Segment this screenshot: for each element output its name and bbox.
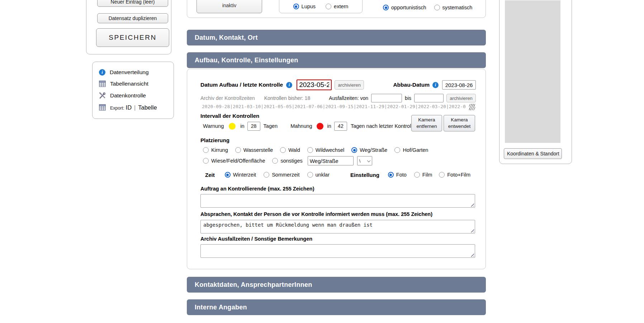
radio-sonstiges[interactable]: sonstiges bbox=[272, 158, 302, 164]
section-header-interne-angaben[interactable]: Interne Angaben bbox=[187, 299, 486, 315]
info-icon[interactable]: i bbox=[286, 82, 292, 88]
save-button[interactable]: SPEICHERN bbox=[96, 28, 169, 47]
section-header-aufbau-kontrolle[interactable]: Aufbau, Kontrolle, Einstellungen bbox=[187, 52, 486, 68]
radio-wildwechsel-control[interactable] bbox=[307, 147, 313, 153]
radio-weg-strasse-control[interactable] bbox=[351, 147, 357, 153]
radio-winterzeit-control[interactable] bbox=[225, 172, 231, 178]
ausfallzeiten-label: Ausfallzeiten: von bbox=[329, 95, 368, 101]
radio-sonstiges-control[interactable] bbox=[272, 158, 278, 164]
radio-extern-control[interactable] bbox=[326, 4, 331, 9]
intervall-title: Intervall der Kontrollen bbox=[200, 113, 259, 119]
auftrag-label: Auftrag an Kontrollierende (max. 255 Zei… bbox=[200, 186, 314, 192]
platzierung-sonstiges-input[interactable] bbox=[308, 156, 354, 165]
aufbau-panel: Datum Aufbau / letzte Kontrolle i archiv… bbox=[187, 69, 486, 269]
erfassung-radio-group: opportunistisch systematisch bbox=[383, 2, 472, 13]
radio-foto-film[interactable]: Foto+Film bbox=[439, 172, 470, 178]
radio-sommerzeit-control[interactable] bbox=[264, 172, 269, 178]
radio-unklar-control[interactable] bbox=[307, 172, 313, 178]
radio-film[interactable]: Film bbox=[414, 172, 432, 178]
duplicate-record-button[interactable]: Datensatz duplizieren bbox=[97, 13, 168, 23]
menu-item-datenverteilung[interactable]: i Datenverteilung bbox=[99, 68, 149, 77]
section-header-datum-kontakt-ort[interactable]: Datum, Kontakt, Ort bbox=[187, 30, 486, 45]
radio-lupus[interactable]: Lupus bbox=[293, 4, 316, 9]
archivieren-button[interactable]: archivieren bbox=[335, 80, 364, 90]
mahnung-days-input[interactable] bbox=[334, 122, 347, 131]
kamera-entfernen-label: Kamera entfernen bbox=[412, 117, 442, 130]
radio-kirrung-control[interactable] bbox=[203, 147, 209, 153]
archiv-ausfall-textarea[interactable] bbox=[200, 244, 475, 258]
radio-wasserstelle[interactable]: Wasserstelle bbox=[235, 147, 273, 153]
table-icon bbox=[99, 81, 106, 87]
radio-foto-film-control[interactable] bbox=[439, 172, 445, 178]
radio-film-control[interactable] bbox=[414, 172, 420, 178]
datum-aufbau-input[interactable] bbox=[297, 79, 332, 90]
bis-label: bis bbox=[405, 95, 411, 101]
radio-label: Wasserstelle bbox=[243, 147, 273, 153]
radio-sommerzeit[interactable]: Sommerzeit bbox=[264, 172, 299, 178]
menu-item-datenkontrolle[interactable]: Datenkontrolle bbox=[99, 91, 146, 100]
radio-winterzeit[interactable]: Winterzeit bbox=[225, 172, 256, 178]
radio-opportunistisch[interactable]: opportunistisch bbox=[383, 5, 426, 10]
map-placeholder bbox=[505, 0, 560, 143]
status-panel: inaktiv Lupus extern opportunistisch bbox=[187, 0, 486, 18]
ausfall-archivieren-button[interactable]: archivieren bbox=[446, 94, 476, 102]
clipped-text-indicator-icon bbox=[469, 104, 475, 110]
inaktiv-button[interactable]: inaktiv bbox=[196, 0, 262, 13]
radio-label: Wald bbox=[288, 147, 300, 153]
kontrollen-bisher-text: Kontrollen bisher: 18 bbox=[264, 95, 310, 101]
chevron-down-icon bbox=[367, 159, 370, 162]
radio-wiese-feld[interactable]: Wiese/Feld/Offenfläche bbox=[203, 158, 265, 164]
radio-unklar[interactable]: unklar bbox=[307, 172, 330, 178]
resize-grip-icon[interactable] bbox=[469, 228, 474, 232]
radio-systematisch[interactable]: systematisch bbox=[434, 5, 473, 10]
radio-wald-control[interactable] bbox=[280, 147, 286, 153]
datum-aufbau-label: Datum Aufbau / letzte Kontrolle bbox=[200, 82, 283, 88]
radio-opportunistisch-control[interactable] bbox=[383, 5, 389, 10]
radio-lupus-control[interactable] bbox=[293, 4, 299, 9]
warnung-label: Warnung bbox=[203, 123, 224, 129]
section-header-kontaktdaten[interactable]: Kontaktdaten, AnsprechpartnerInnen bbox=[187, 277, 486, 293]
abbau-datum-input[interactable] bbox=[442, 80, 476, 90]
archivieren-label: archivieren bbox=[338, 82, 361, 88]
mahnung-tagen-label: Tagen nach letzter Kontrolle. bbox=[351, 123, 417, 129]
absprachen-textarea[interactable]: abgesprochen, bittet um Rückmeldung wenn… bbox=[200, 220, 475, 233]
radio-foto[interactable]: Foto bbox=[388, 172, 407, 178]
radio-hof-garten[interactable]: Hof/Garten bbox=[394, 147, 428, 153]
radio-label: Wiese/Feld/Offenfläche bbox=[211, 158, 265, 164]
radio-wiese-feld-control[interactable] bbox=[203, 158, 209, 164]
ausfall-bis-input[interactable] bbox=[414, 94, 444, 102]
archiv-kontrollzeiten-link[interactable]: Archiv der Kontrollzeiten bbox=[200, 95, 255, 101]
kamera-entwendet-button[interactable]: Kamera entwendet bbox=[444, 115, 475, 131]
warnung-days-input[interactable] bbox=[247, 122, 260, 131]
radio-extern[interactable]: extern bbox=[326, 4, 348, 9]
quelle-groupbox: Lupus extern bbox=[279, 0, 363, 13]
menu-item-export[interactable]: Export: ID | Tabelle bbox=[99, 103, 157, 112]
radio-wald[interactable]: Wald bbox=[280, 147, 300, 153]
koordinaten-standort-button[interactable]: Koordinaten & Standort bbox=[504, 148, 562, 159]
resize-grip-icon[interactable] bbox=[469, 202, 474, 207]
radio-systematisch-control[interactable] bbox=[434, 5, 440, 10]
zeit-einstellung-row: Zeit Winterzeit Sommerzeit unklar Einste… bbox=[205, 169, 470, 180]
kamera-entwendet-label: Kamera entwendet bbox=[444, 117, 475, 130]
resize-grip-icon[interactable] bbox=[469, 252, 474, 257]
platzierung-select[interactable]: \ bbox=[357, 156, 372, 165]
export-separator: | bbox=[133, 105, 137, 111]
info-icon[interactable]: i bbox=[432, 82, 439, 88]
duplicate-record-label: Datensatz duplizieren bbox=[109, 15, 157, 21]
menu-item-tabellenansicht[interactable]: Tabellenansicht bbox=[99, 79, 148, 88]
ausfall-von-input[interactable] bbox=[371, 94, 402, 102]
export-table-link[interactable]: Tabelle bbox=[138, 104, 157, 111]
inaktiv-label: inaktiv bbox=[222, 3, 237, 8]
new-entry-button[interactable]: Neuer Eintrag (leer) bbox=[97, 0, 168, 7]
radio-weg-strasse[interactable]: Weg/Straße bbox=[351, 147, 387, 153]
radio-hof-garten-control[interactable] bbox=[394, 147, 400, 153]
radio-label: Film bbox=[422, 172, 432, 178]
radio-wasserstelle-control[interactable] bbox=[235, 147, 241, 153]
export-id-link[interactable]: ID bbox=[126, 104, 132, 111]
radio-foto-control[interactable] bbox=[388, 172, 394, 178]
kamera-entfernen-button[interactable]: Kamera entfernen bbox=[411, 115, 442, 131]
radio-kirrung[interactable]: Kirrung bbox=[203, 147, 228, 153]
auftrag-textarea[interactable] bbox=[200, 194, 475, 208]
radio-wildwechsel[interactable]: Wildwechsel bbox=[307, 147, 345, 153]
save-label: SPEICHERN bbox=[109, 34, 156, 42]
